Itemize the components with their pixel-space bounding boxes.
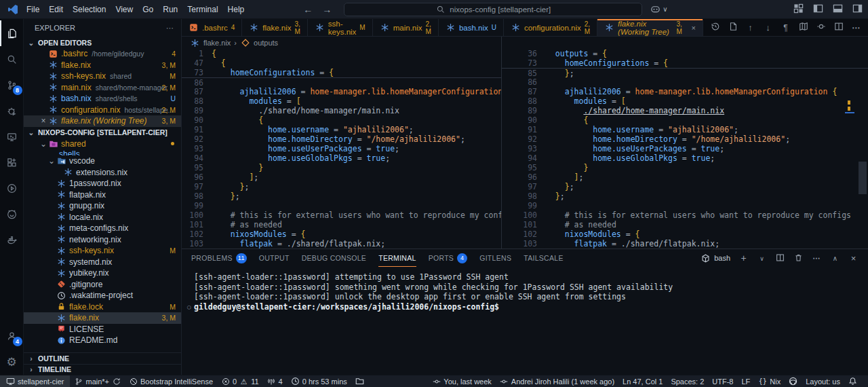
command-center-search[interactable]: nixops-config [stellapent-cier] — [344, 3, 642, 16]
kill-terminal-button[interactable] — [793, 253, 804, 263]
tree-item[interactable]: extensions.nix — [24, 167, 181, 179]
open-editor-item[interactable]: ×flake.nix (Working Tree)3, M — [24, 115, 181, 127]
menu-selection[interactable]: Selection — [68, 3, 111, 16]
statusbar-bootstrap-intellisense[interactable]: Bootstrap IntelliSense — [125, 375, 217, 387]
section-timeline[interactable]: › TIMELINE — [24, 364, 181, 375]
menu-go[interactable]: Go — [138, 3, 158, 16]
panel-tab-ports[interactable]: PORTS4 — [429, 249, 467, 267]
tree-item[interactable]: networking.nix — [24, 234, 181, 246]
activitybar-account[interactable]: 4 — [0, 323, 24, 349]
open-editor-item[interactable]: flake.nix3, M — [24, 60, 181, 71]
activitybar-github[interactable] — [0, 201, 24, 227]
tree-item[interactable]: ssh-keys.nixM — [24, 245, 181, 257]
open-editor-item[interactable]: configuration.nixhosts/stellape...2, M — [24, 105, 181, 116]
breadcrumb-item[interactable]: outputs — [254, 39, 278, 47]
tab-bash.nix[interactable]: bash.nixU — [439, 19, 504, 36]
close-panel-button[interactable]: × — [848, 253, 859, 263]
activitybar-search[interactable] — [0, 46, 24, 72]
statusbar-eol[interactable]: LF — [738, 375, 755, 387]
new-terminal-button[interactable]: + — [738, 253, 749, 263]
tree-item[interactable]: shells — [24, 149, 181, 155]
statusbar-notifications[interactable] — [844, 375, 861, 387]
customize-layout-button[interactable] — [793, 3, 804, 16]
statusbar-blame-author[interactable]: Andrei Jiroh Halili (1 week ago) — [496, 375, 618, 387]
activitybar-run-debug[interactable] — [0, 98, 24, 124]
nav-back-button[interactable]: ← — [303, 4, 313, 15]
activitybar-extensions[interactable] — [0, 149, 24, 175]
activitybar-docker[interactable] — [0, 227, 24, 253]
terminal-dropdown-button[interactable]: ∨ — [757, 254, 767, 262]
activitybar-settings[interactable]: ⚙ — [0, 349, 24, 375]
statusbar-wakatime[interactable]: 0 hrs 53 mins — [287, 375, 351, 387]
open-editor-item[interactable]: .bashrc/home/gildedguy4 — [24, 48, 181, 60]
sidebar-more-button[interactable]: ⋯ — [166, 24, 174, 33]
toggle-primary-sidebar-button[interactable] — [813, 3, 823, 16]
open-editor-item[interactable]: bash.nixshared/shellsU — [24, 93, 181, 105]
panel-tab-terminal[interactable]: TERMINAL — [378, 249, 416, 267]
more-button[interactable]: ⋯ — [851, 23, 861, 33]
open-editor-item[interactable]: main.nixshared/home-manager2, M — [24, 82, 181, 94]
panel-tab-problems[interactable]: PROBLEMS11 — [191, 249, 247, 267]
tree-item[interactable]: flake.lockM — [24, 301, 181, 313]
statusbar-encoding[interactable]: UTF-8 — [708, 375, 737, 387]
tree-item[interactable]: README.md — [24, 335, 181, 346]
toggle-secondary-sidebar-button[interactable] — [852, 3, 863, 16]
statusbar-problems[interactable]: 0⚠11 — [217, 375, 263, 387]
tree-item[interactable]: ⌄shared — [24, 139, 181, 150]
tree-item[interactable]: locale.nix — [24, 212, 181, 223]
menu-edit[interactable]: Edit — [44, 3, 68, 16]
activitybar-source-control[interactable]: 8 — [0, 72, 24, 98]
panel-tab-output[interactable]: OUTPUT — [259, 249, 290, 267]
maximize-panel-button[interactable]: ∧ — [830, 254, 840, 262]
statusbar-language-mode[interactable]: {}Nix — [754, 375, 785, 387]
tab-ssh-keys.nix[interactable]: ssh-keys.nixM — [308, 19, 373, 36]
section-open-editors[interactable]: ⌄ OPEN EDITORS — [24, 37, 181, 48]
statusbar-remote-host[interactable]: stellapent-cier — [0, 375, 70, 387]
tab-main.nix[interactable]: main.nix2, M — [373, 19, 439, 36]
section-project[interactable]: ⌄ NIXOPS-CONFIG [STELLAPENT-CIER] — [24, 127, 181, 139]
activitybar-explorer[interactable] — [0, 20, 24, 46]
editor-scrollbar[interactable] — [859, 162, 867, 194]
breadcrumb-item[interactable]: flake.nix — [203, 39, 231, 47]
tree-item[interactable]: gnupg.nix — [24, 200, 181, 212]
whitespace-button[interactable]: ¶ — [781, 23, 791, 33]
tree-item[interactable]: LICENSE — [24, 324, 181, 335]
prev-change-button[interactable]: ↑ — [745, 22, 755, 33]
split-editor-button[interactable] — [833, 22, 844, 33]
tree-item[interactable]: yubikey.nix — [24, 268, 181, 279]
tab-configuration.nix[interactable]: configuration.nix2, M — [504, 19, 597, 36]
statusbar-cursor-position[interactable]: Ln 47, Col 1 — [618, 375, 667, 387]
more-button[interactable]: ⋯ — [812, 254, 822, 263]
terminal-profile[interactable]: bash — [701, 254, 730, 263]
statusbar-ports[interactable]: 4 — [263, 375, 287, 387]
nav-forward-button[interactable]: → — [322, 4, 332, 15]
close-icon[interactable]: × — [39, 116, 48, 126]
menu-terminal[interactable]: Terminal — [182, 3, 222, 16]
statusbar-indentation[interactable]: Spaces: 2 — [667, 375, 708, 387]
inline-view-button[interactable] — [816, 22, 826, 33]
tree-item[interactable]: ⌄vscode — [24, 155, 181, 167]
tree-item[interactable]: flake.nix3, M — [24, 312, 181, 324]
tab-flake.nix-working-tree-[interactable]: flake.nix (Working Tree)3, M× — [597, 19, 703, 36]
open-file-button[interactable] — [728, 22, 738, 33]
statusbar-keyboard-layout[interactable]: Layout: us — [802, 375, 844, 387]
menu-file[interactable]: File — [22, 3, 44, 16]
next-change-button[interactable]: ↓ — [763, 22, 773, 33]
activitybar-live-share[interactable] — [0, 175, 24, 201]
toggle-panel-button[interactable] — [833, 3, 843, 16]
close-icon[interactable]: × — [692, 24, 696, 32]
tree-item[interactable]: 1password.nix — [24, 178, 181, 189]
copilot-menu[interactable]: ∨ — [650, 4, 667, 14]
tree-item[interactable]: systemd.nix — [24, 257, 181, 268]
statusbar-blame-you[interactable]: You, last week — [428, 375, 496, 387]
tab-flake.nix[interactable]: flake.nix3, M — [242, 19, 308, 36]
section-outline[interactable]: › OUTLINE — [24, 352, 181, 364]
menu-run[interactable]: Run — [158, 3, 182, 16]
panel-tab-debug-console[interactable]: DEBUG CONSOLE — [302, 249, 367, 267]
map-button[interactable] — [798, 22, 808, 33]
tree-item[interactable]: flatpak.nix — [24, 189, 181, 201]
statusbar-folder[interactable] — [351, 375, 368, 387]
diff-editor[interactable]: flake.nix›outputs 1{47 {73 homeConfigura… — [182, 37, 868, 248]
menu-view[interactable]: View — [111, 3, 138, 16]
history-button[interactable] — [710, 22, 720, 33]
